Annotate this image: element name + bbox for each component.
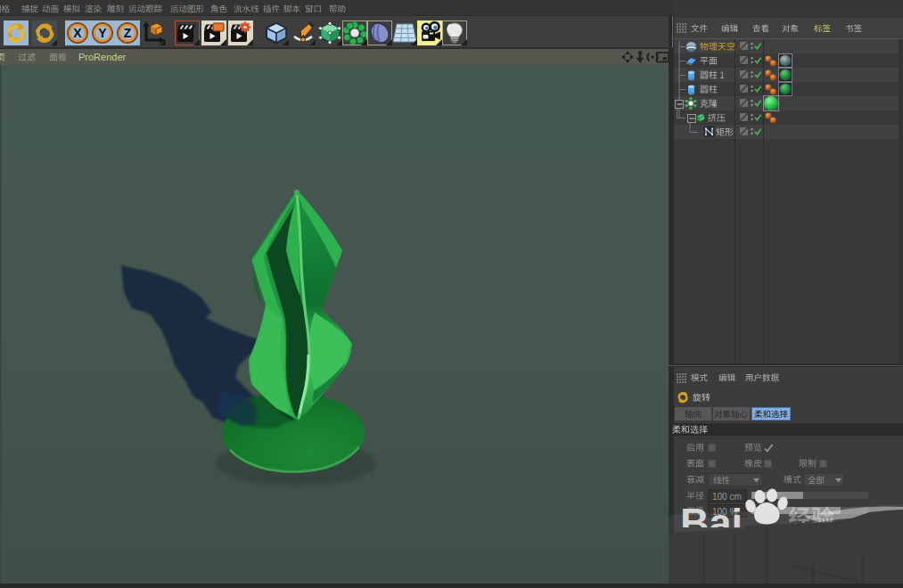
svg-text:Y: Y xyxy=(98,26,107,40)
svg-text:Z: Z xyxy=(124,26,132,40)
svg-text:X: X xyxy=(73,26,82,40)
